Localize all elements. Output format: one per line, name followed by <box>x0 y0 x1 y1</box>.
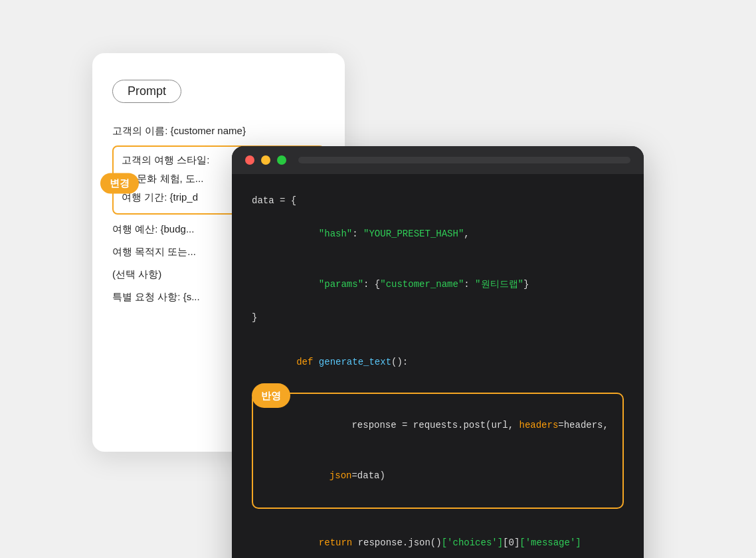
traffic-light-red[interactable] <box>245 155 254 165</box>
code-def-line: def generate_text(): <box>252 337 624 388</box>
code-body: data = { "hash": "YOUR_PRESET_HASH", "pa… <box>232 174 644 558</box>
code-data-open: data = { <box>252 193 624 209</box>
code-return-line1: return response.json()['choices'][0]['me… <box>252 518 624 558</box>
code-params-line: "params": {"customer_name": "원티드랩"} <box>252 260 624 310</box>
traffic-light-yellow[interactable] <box>261 155 270 165</box>
prompt-line-1: 고객의 이름: {customer name} <box>112 123 325 139</box>
code-data-close: } <box>252 310 624 326</box>
code-hash-line: "hash": "YOUR_PRESET_HASH", <box>252 209 624 260</box>
prompt-badge: Prompt <box>112 80 181 103</box>
badge-반영: 반영 <box>252 383 290 408</box>
code-response-line1: response = requests.post(url, headers=he… <box>262 401 613 451</box>
code-card: data = { "hash": "YOUR_PRESET_HASH", "pa… <box>232 146 644 558</box>
code-titlebar <box>232 146 644 174</box>
titlebar-url-bar <box>298 157 630 163</box>
badge-변경: 변경 <box>100 173 139 194</box>
traffic-light-green[interactable] <box>277 155 286 165</box>
code-response-block: 반영 response = requests.post(url, headers… <box>252 393 624 509</box>
code-response-line2: json=data) <box>262 451 613 502</box>
code-spacer-1 <box>252 327 624 337</box>
